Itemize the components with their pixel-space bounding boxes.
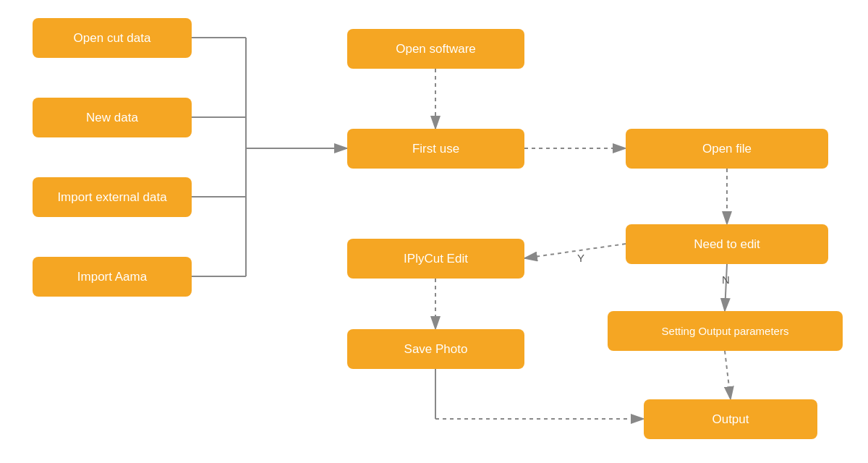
node-import-aama: Import Aama xyxy=(33,257,192,297)
node-import-external: Import external data xyxy=(33,177,192,217)
svg-line-12 xyxy=(725,264,727,311)
node-iplycut-edit: IPlyCut Edit xyxy=(347,239,524,279)
diagram: Open cut data New data Import external d… xyxy=(0,0,868,463)
y-label: Y xyxy=(577,252,584,264)
svg-line-13 xyxy=(725,351,731,399)
node-output: Output xyxy=(644,399,817,439)
node-setting-output: Setting Output parameters xyxy=(608,311,843,351)
node-save-photo: Save Photo xyxy=(347,329,524,369)
n-label: N xyxy=(722,273,730,286)
svg-line-11 xyxy=(524,244,626,258)
node-need-to-edit: Need to edit xyxy=(626,224,828,264)
node-open-software: Open software xyxy=(347,29,524,69)
node-open-file: Open file xyxy=(626,129,828,169)
node-open-cut-data: Open cut data xyxy=(33,18,192,58)
node-first-use: First use xyxy=(347,129,524,169)
node-new-data: New data xyxy=(33,98,192,137)
